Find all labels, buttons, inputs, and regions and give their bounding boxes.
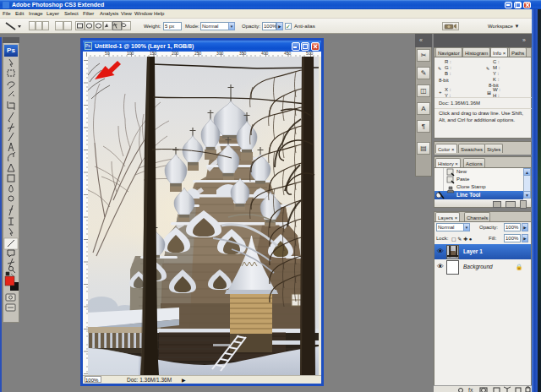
svg-text:400: 400 <box>261 52 269 56</box>
svg-text:450: 450 <box>284 52 292 56</box>
svg-text:300: 300 <box>216 52 224 56</box>
svg-text:350: 350 <box>239 52 247 56</box>
svg-text:250: 250 <box>194 52 202 56</box>
svg-text:500: 500 <box>306 52 314 56</box>
svg-text:fx: fx <box>468 387 473 392</box>
svg-text:100: 100 <box>127 52 134 56</box>
svg-text:150: 150 <box>150 52 157 56</box>
svg-text:200: 200 <box>172 52 179 56</box>
svg-text:50: 50 <box>105 52 110 56</box>
